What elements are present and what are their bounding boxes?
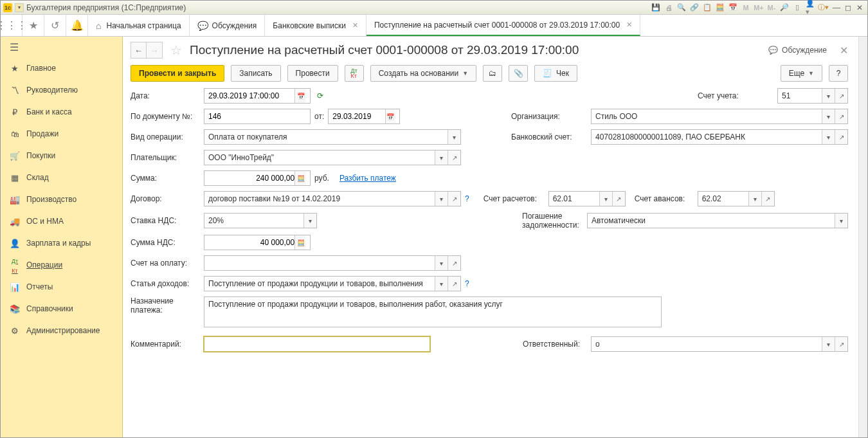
open-icon[interactable]: ↗ — [448, 277, 460, 291]
tab-bank-statements[interactable]: Банковские выписки ✕ — [265, 15, 366, 36]
favorites-icon[interactable]: ★ — [23, 15, 44, 36]
nav-forward-button[interactable]: → — [147, 42, 162, 58]
help-button[interactable]: ? — [829, 65, 848, 82]
acc-calc-select[interactable]: 62.01▾↗ — [548, 191, 626, 206]
tab-discussions[interactable]: 💬 Обсуждения — [190, 15, 266, 36]
save-button[interactable]: Записать — [231, 65, 280, 82]
memory-mplus[interactable]: M+ — [754, 3, 763, 12]
zoom-icon[interactable]: 🔎 — [780, 3, 789, 12]
chevron-down-icon[interactable]: ▾ — [448, 130, 460, 144]
vat-select[interactable]: 20%▾ — [204, 213, 317, 228]
calendar-icon[interactable]: 📅 — [385, 109, 396, 123]
docnum-input[interactable] — [204, 109, 311, 124]
chevron-down-icon[interactable]: ▾ — [435, 256, 448, 270]
panes-icon[interactable]: ▯ — [793, 3, 802, 12]
chevron-down-icon[interactable]: ▾ — [435, 192, 448, 206]
scrollbar[interactable] — [858, 37, 867, 437]
search-icon[interactable]: 🔍 — [677, 3, 686, 12]
refresh-icon[interactable]: ⟳ — [314, 91, 326, 100]
chevron-down-icon[interactable]: ▾ — [822, 130, 835, 144]
invoice-select[interactable]: ▾↗ — [204, 255, 461, 271]
post-button[interactable]: Провести — [287, 65, 338, 82]
chevron-down-icon[interactable]: ▾ — [822, 109, 835, 123]
sidebar-item-sales[interactable]: 🛍Продажи — [1, 123, 122, 145]
chevron-down-icon[interactable]: ▾ — [835, 214, 847, 228]
history-icon[interactable]: ↺ — [44, 15, 66, 36]
close-icon[interactable]: ✕ — [352, 21, 358, 30]
structure-button[interactable]: 🗂 — [483, 65, 502, 82]
chevron-down-icon[interactable]: ▾ — [748, 192, 761, 206]
optype-select[interactable]: Оплата от покупателя▾ — [204, 129, 461, 145]
payer-select[interactable]: ООО "ИнноТрейд"▾↗ — [204, 150, 461, 165]
calc-icon[interactable]: 🧮 — [294, 171, 306, 185]
sidebar-item-purchases[interactable]: 🛒Покупки — [1, 145, 122, 167]
chevron-down-icon[interactable]: ▾ — [435, 151, 448, 165]
titlebar-dropdown-icon[interactable]: ▾ — [15, 3, 24, 12]
discussion-button[interactable]: 💬 Обсуждение — [768, 46, 827, 55]
save-icon[interactable]: 💾 — [651, 3, 660, 12]
apps-grid-icon[interactable]: ⋮⋮⋮ — [1, 15, 23, 36]
open-icon[interactable]: ↗ — [612, 192, 625, 206]
open-icon[interactable]: ↗ — [835, 337, 847, 351]
open-icon[interactable]: ↗ — [448, 151, 460, 165]
purpose-textarea[interactable]: Поступление от продажи продукции и товар… — [204, 297, 662, 327]
more-button[interactable]: Еще▼ — [781, 65, 822, 82]
tab-document[interactable]: Поступление на расчетный счет 0001-00000… — [366, 15, 640, 36]
sidebar-burger-icon[interactable]: ☰ — [1, 37, 122, 57]
open-icon[interactable]: ↗ — [835, 130, 847, 144]
close-window-button[interactable]: ✕ — [854, 3, 865, 12]
close-icon[interactable]: ✕ — [626, 21, 632, 29]
sidebar-item-hr[interactable]: 👤Зарплата и кадры — [1, 232, 122, 254]
chevron-down-icon[interactable]: ▾ — [822, 89, 835, 103]
print-icon[interactable]: 🖨 — [664, 3, 673, 12]
attach-button[interactable]: 📎 — [509, 65, 528, 82]
restore-button[interactable]: ◻ — [843, 3, 853, 12]
split-payment-link[interactable]: Разбить платеж — [339, 174, 396, 183]
close-page-button[interactable]: ✕ — [840, 44, 848, 57]
comment-input[interactable] — [204, 336, 430, 352]
tab-home[interactable]: ⌂ Начальная страница — [88, 15, 190, 36]
sidebar-item-stock[interactable]: ▦Склад — [1, 167, 122, 188]
calendar-icon[interactable]: 📅 — [728, 3, 737, 12]
debt-select[interactable]: Автоматически▾ — [587, 213, 848, 228]
org-select[interactable]: Стиль ООО▾↗ — [591, 109, 848, 124]
sidebar-item-main[interactable]: ★Главное — [1, 57, 122, 79]
vat-sum-input[interactable]: 🧮 — [204, 235, 311, 250]
open-icon[interactable]: ↗ — [835, 109, 847, 123]
help-icon[interactable]: ? — [465, 279, 469, 288]
sum-input[interactable]: 🧮 — [204, 170, 311, 186]
responsible-select[interactable]: o▾↗ — [591, 336, 848, 352]
sidebar-item-admin[interactable]: ⚙Администрирование — [1, 320, 122, 342]
sidebar-item-operations[interactable]: ДтКтОперации — [1, 254, 122, 276]
open-icon[interactable]: ↗ — [448, 256, 460, 270]
help-icon[interactable]: ? — [465, 194, 469, 203]
sidebar-item-assets[interactable]: 🚚ОС и НМА — [1, 210, 122, 232]
calc-icon[interactable]: 🧮 — [716, 3, 725, 12]
bankacc-select[interactable]: 40702810800000011089, ПАО СБЕРБАНК▾↗ — [591, 129, 848, 145]
open-icon[interactable]: ↗ — [448, 192, 460, 206]
dtkt-button[interactable]: ДтКт — [345, 65, 364, 82]
sidebar-item-reports[interactable]: 📊Отчеты — [1, 276, 122, 298]
chevron-down-icon[interactable]: ▾ — [303, 214, 316, 228]
sidebar-item-production[interactable]: 🏭Производство — [1, 188, 122, 210]
chevron-down-icon[interactable]: ▾ — [822, 337, 835, 351]
user-icon[interactable]: 👤▾ — [806, 3, 815, 12]
income-select[interactable]: Поступление от продажи продукции и товар… — [204, 276, 461, 291]
link-icon[interactable]: 🔗 — [690, 3, 699, 12]
notifications-icon[interactable]: 🔔 — [66, 15, 88, 36]
copy-icon[interactable]: 📋 — [703, 3, 712, 12]
chevron-down-icon[interactable]: ▾ — [599, 192, 612, 206]
acc-adv-select[interactable]: 62.02▾↗ — [698, 191, 775, 206]
chevron-down-icon[interactable]: ▾ — [435, 277, 448, 291]
open-icon[interactable]: ↗ — [761, 192, 774, 206]
memory-m[interactable]: M — [741, 3, 750, 12]
nav-back-button[interactable]: ← — [131, 42, 147, 58]
contract-select[interactable]: договор поставки №19 от 14.02.2019▾↗ — [204, 191, 461, 206]
info-icon[interactable]: ⓘ▾ — [818, 3, 827, 12]
memory-mminus[interactable]: M- — [767, 3, 776, 12]
account-select[interactable]: 51▾↗ — [777, 88, 848, 104]
date-input[interactable]: 📅 — [204, 88, 311, 104]
sidebar-item-manager[interactable]: 〽Руководителю — [1, 79, 122, 101]
calc-icon[interactable]: 🧮 — [294, 235, 306, 250]
check-button[interactable]: 🧾Чек — [534, 65, 577, 82]
